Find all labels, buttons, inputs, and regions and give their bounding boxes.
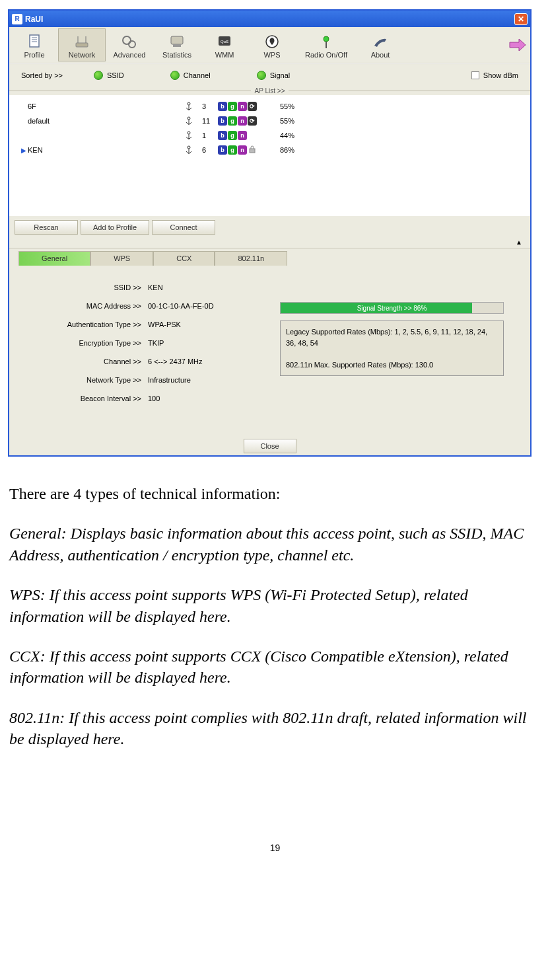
ap-row[interactable]: default 11 bgn⟳ 55% bbox=[9, 114, 530, 128]
close-bar: Close bbox=[9, 437, 530, 455]
detail-panel: SSID >> KEN MAC Address >> 00-1C-10-AA-F… bbox=[9, 265, 530, 437]
lock-icon bbox=[249, 145, 256, 155]
detail-label: Beacon Interval >> bbox=[16, 395, 148, 402]
next-page-icon[interactable] bbox=[506, 34, 529, 56]
ap-channel: 11 bbox=[202, 117, 218, 125]
ap-badges: bgn⟳ bbox=[218, 102, 271, 111]
ap-row[interactable]: 1 bgn 44% bbox=[9, 128, 530, 143]
detail-row: MAC Address >> 00-1C-10-AA-FE-0D bbox=[16, 297, 280, 315]
badge-g-icon: g bbox=[228, 102, 237, 111]
badge-g-icon: g bbox=[228, 131, 237, 140]
ap-percent: 55% bbox=[271, 117, 304, 125]
tab-80211n[interactable]: 802.11n bbox=[215, 251, 287, 266]
doc-80211n: 802.11n: If this access point complies w… bbox=[9, 707, 541, 750]
app-icon: R bbox=[12, 14, 22, 24]
detail-row: Authentication Type >> WPA-PSK bbox=[16, 315, 280, 334]
anchor-icon bbox=[185, 131, 202, 140]
ap-percent: 86% bbox=[271, 146, 304, 154]
ap-ssid: KEN bbox=[28, 146, 185, 154]
sort-channel[interactable]: Channel bbox=[170, 71, 211, 80]
ap-channel: 1 bbox=[202, 132, 218, 139]
main-toolbar: Profile Network Advanced Statistics QoS … bbox=[9, 27, 530, 63]
ap-badges: bgn bbox=[218, 145, 271, 155]
svg-point-20 bbox=[188, 132, 190, 134]
detail-tabs: GeneralWPSCCX802.11n bbox=[9, 248, 530, 265]
legacy-rates: Legacy Supported Rates (Mbps): 1, 2, 5.5… bbox=[286, 326, 498, 348]
ap-channel: 3 bbox=[202, 102, 218, 110]
titlebar[interactable]: R RaUI ✕ bbox=[9, 11, 530, 27]
close-button[interactable]: Close bbox=[244, 439, 296, 453]
badge-g-icon: g bbox=[228, 116, 237, 126]
ap-list[interactable]: 6F 3 bgn⟳ 55% default 11 bgn⟳ 55% 1 bgn … bbox=[9, 95, 530, 216]
ap-row[interactable]: 6F 3 bgn⟳ 55% bbox=[9, 99, 530, 114]
tab-profile[interactable]: Profile bbox=[11, 28, 58, 61]
sort-bar: Sorted by >> SSID Channel Signal Show dB… bbox=[9, 63, 530, 86]
ap-channel: 6 bbox=[202, 146, 218, 154]
checkbox-icon[interactable] bbox=[471, 71, 479, 79]
sort-label: Sorted by >> bbox=[21, 71, 94, 79]
show-dbm[interactable]: Show dBm bbox=[471, 71, 518, 79]
detail-value: KEN bbox=[148, 283, 163, 291]
orb-icon bbox=[257, 71, 266, 80]
signal-bar bbox=[304, 132, 495, 139]
signal-bar bbox=[304, 103, 495, 110]
radio-icon bbox=[316, 32, 336, 51]
detail-label: Authentication Type >> bbox=[16, 320, 148, 328]
add-profile-button[interactable]: Add to Profile bbox=[81, 220, 149, 235]
signal-strength-bar: Signal Strength >> 86% bbox=[280, 302, 504, 314]
ap-row[interactable]: ▶ KEN 6 bgn 86% bbox=[9, 143, 530, 157]
tab-advanced[interactable]: Advanced bbox=[106, 28, 153, 61]
wps-icon bbox=[262, 32, 282, 51]
ap-percent: 44% bbox=[271, 132, 304, 139]
tab-radio[interactable]: Radio On/Off bbox=[296, 28, 357, 61]
doc-wps: WPS: If this access point supports WPS (… bbox=[9, 584, 541, 627]
detail-label: Channel >> bbox=[16, 358, 148, 365]
detail-value: Infrastructure bbox=[148, 376, 191, 384]
detail-value: WPA-PSK bbox=[148, 320, 181, 328]
svg-rect-10 bbox=[173, 44, 181, 47]
statistics-icon bbox=[167, 32, 187, 51]
sort-ssid[interactable]: SSID bbox=[94, 71, 124, 80]
badge-g-icon: g bbox=[228, 145, 237, 155]
ap-badges: bgn⟳ bbox=[218, 116, 271, 126]
tab-network[interactable]: Network bbox=[58, 28, 106, 61]
selected-icon: ▶ bbox=[21, 147, 28, 154]
tab-general[interactable]: General bbox=[18, 251, 90, 266]
tab-about[interactable]: About bbox=[357, 28, 404, 61]
detail-row: Channel >> 6 <--> 2437 MHz bbox=[16, 352, 280, 371]
collapse-toggle[interactable]: ▲ bbox=[9, 239, 530, 248]
tab-wps[interactable]: WPS bbox=[90, 251, 153, 266]
tab-wmm[interactable]: QoS WMM bbox=[201, 28, 248, 61]
detail-label: SSID >> bbox=[16, 283, 148, 291]
tab-wps[interactable]: WPS bbox=[248, 28, 296, 61]
badge-n-icon: n bbox=[238, 102, 247, 111]
application-window: R RaUI ✕ Profile Network Advanced bbox=[8, 9, 532, 457]
anchor-icon bbox=[185, 145, 202, 155]
anchor-icon bbox=[185, 116, 202, 126]
rescan-button[interactable]: Rescan bbox=[15, 220, 78, 235]
tab-statistics[interactable]: Statistics bbox=[153, 28, 201, 61]
badge-n-icon: n bbox=[238, 116, 247, 126]
ap-ssid: default bbox=[28, 117, 185, 125]
doc-ccx: CCX: If this access point supports CCX (… bbox=[9, 646, 541, 689]
svg-point-14 bbox=[324, 36, 329, 42]
ap-ssid: 6F bbox=[28, 102, 185, 110]
svg-point-22 bbox=[188, 146, 190, 149]
doc-intro: There are 4 types of technical informati… bbox=[9, 483, 541, 504]
detail-value: 6 <--> 2437 MHz bbox=[148, 358, 203, 365]
sort-signal[interactable]: Signal bbox=[257, 71, 291, 80]
badge-s-icon: ⟳ bbox=[248, 116, 257, 126]
orb-icon bbox=[94, 71, 103, 80]
detail-row: SSID >> KEN bbox=[16, 278, 280, 297]
tab-ccx[interactable]: CCX bbox=[153, 251, 215, 266]
badge-s-icon: ⟳ bbox=[248, 102, 257, 111]
detail-row: Beacon Interval >> 100 bbox=[16, 389, 280, 408]
close-icon[interactable]: ✕ bbox=[514, 13, 528, 25]
svg-point-16 bbox=[188, 102, 190, 105]
detail-row: Encryption Type >> TKIP bbox=[16, 334, 280, 352]
n-rates: 802.11n Max. Supported Rates (Mbps): 130… bbox=[286, 359, 498, 371]
connect-button[interactable]: Connect bbox=[152, 220, 215, 235]
svg-rect-9 bbox=[171, 36, 183, 44]
svg-point-18 bbox=[188, 117, 190, 120]
action-buttons: Rescan Add to Profile Connect bbox=[9, 216, 530, 239]
